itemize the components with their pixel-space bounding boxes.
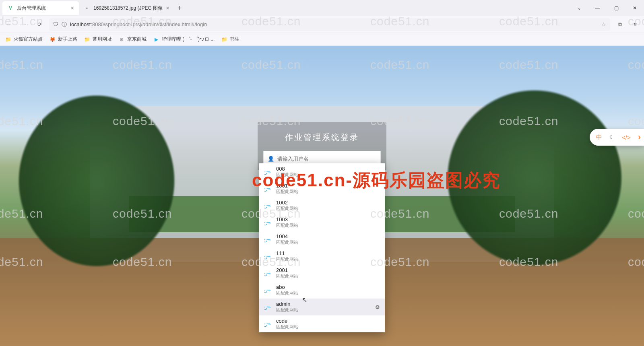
- star-icon[interactable]: ☆: [601, 21, 606, 27]
- bookmarks-bar: 📁火狐官方站点 🦊新手上路 📁常用网址 ⊕京东商城 ▶哔哩哔哩 ( ゜- ゜)つ…: [0, 33, 644, 46]
- autocomplete-name: 111: [276, 250, 298, 257]
- bookmark-item[interactable]: ⊕京东商城: [118, 36, 147, 43]
- globe-icon: ⊕: [118, 36, 125, 43]
- autocomplete-item[interactable]: abo匹配此网站⚙: [259, 282, 385, 299]
- key-icon: [264, 253, 271, 260]
- autocomplete-item[interactable]: code匹配此网站⚙: [259, 315, 385, 332]
- gear-icon[interactable]: ⚙: [375, 304, 380, 310]
- autocomplete-item[interactable]: 008匹配此网站⚙: [259, 163, 385, 180]
- autocomplete-name: 1001: [276, 183, 298, 189]
- autocomplete-sub: 匹配此网站: [276, 324, 298, 330]
- autocomplete-item[interactable]: 1002匹配此网站⚙: [259, 197, 385, 214]
- autocomplete-item[interactable]: 2001匹配此网站⚙: [259, 265, 385, 282]
- image-icon: ▫: [84, 5, 90, 11]
- autocomplete-sub: 匹配此网站: [276, 274, 298, 279]
- autocomplete-sub: 匹配此网站: [276, 290, 298, 296]
- autocomplete-list: 008匹配此网站⚙1001匹配此网站⚙1002匹配此网站⚙1003匹配此网站⚙1…: [259, 163, 385, 332]
- key-icon: [264, 168, 271, 175]
- key-icon: [264, 270, 271, 277]
- window-controls: ⌄ — ▢ ✕: [570, 0, 644, 16]
- url-bar[interactable]: 🛡 ⓘ localhost:8080/springboot4prsj/admin…: [49, 18, 610, 31]
- autocomplete-item[interactable]: admin匹配此网站⚙: [259, 299, 385, 315]
- vue-icon: V: [7, 5, 14, 11]
- autocomplete-name: abo: [276, 284, 298, 290]
- tabs: V 后台管理系统 × ▫ 1692581318572.jpg (JPEG 图像 …: [0, 0, 185, 16]
- floating-toolbar: 中 ☾ </> ›: [590, 129, 644, 146]
- menu-button[interactable]: ≡: [630, 19, 641, 30]
- close-window-button[interactable]: ✕: [625, 0, 644, 16]
- collapse-button[interactable]: ›: [638, 132, 641, 142]
- autocomplete-sub: 匹配此网站: [276, 189, 298, 195]
- autocomplete-name: 1003: [276, 216, 298, 223]
- autocomplete-name: code: [276, 318, 298, 324]
- page-content: 作业管理系统登录 👤 008匹配此网站⚙1001匹配此网站⚙1002匹配此网站⚙…: [0, 46, 644, 346]
- autocomplete-sub: 匹配此网站: [276, 172, 298, 178]
- bookmark-item[interactable]: 📁书生: [221, 36, 239, 43]
- autocomplete-name: 1002: [276, 200, 298, 206]
- minimize-button[interactable]: —: [588, 0, 607, 16]
- autocomplete-sub: 匹配此网站: [276, 257, 298, 262]
- autocomplete-item[interactable]: 1004匹配此网站⚙: [259, 231, 385, 248]
- lang-button[interactable]: 中: [596, 134, 602, 141]
- autocomplete-name: 008: [276, 166, 298, 172]
- browser-tab[interactable]: ▫ 1692581318572.jpg (JPEG 图像 ×: [79, 1, 174, 15]
- folder-icon: 📁: [221, 36, 227, 43]
- chevron-down-icon[interactable]: ⌄: [570, 0, 588, 16]
- extensions-button[interactable]: ⧉: [614, 19, 625, 30]
- key-icon: [264, 185, 271, 192]
- bookmark-item[interactable]: 📁常用网址: [84, 36, 112, 43]
- autocomplete-name: 2001: [276, 267, 298, 274]
- username-input[interactable]: [277, 156, 376, 162]
- tab-label: 1692581318572.jpg (JPEG 图像: [93, 5, 163, 12]
- navbar: ← → ⟳ 🛡 ⓘ localhost:8080/springboot4prsj…: [0, 16, 644, 33]
- close-icon[interactable]: ×: [166, 5, 169, 11]
- autocomplete-sub: 匹配此网站: [276, 240, 298, 245]
- autocomplete-item[interactable]: 111匹配此网站⚙: [259, 248, 385, 265]
- folder-icon: 📁: [84, 36, 90, 43]
- bilibili-icon: ▶: [153, 36, 159, 43]
- key-icon: [264, 219, 271, 226]
- key-icon: [264, 303, 271, 311]
- autocomplete-name: 1004: [276, 233, 298, 240]
- tab-label: 后台管理系统: [17, 5, 46, 12]
- lock-icon: ⓘ: [62, 21, 67, 28]
- autocomplete-sub: 匹配此网站: [276, 223, 298, 229]
- titlebar: V 后台管理系统 × ▫ 1692581318572.jpg (JPEG 图像 …: [0, 0, 644, 16]
- maximize-button[interactable]: ▢: [607, 0, 625, 16]
- autocomplete-sub: 匹配此网站: [276, 206, 298, 212]
- shield-icon: 🛡: [53, 21, 58, 27]
- user-icon: 👤: [268, 156, 274, 162]
- key-icon: [264, 202, 271, 209]
- moon-icon[interactable]: ☾: [609, 134, 615, 141]
- autocomplete-item[interactable]: 1003匹配此网站⚙: [259, 214, 385, 231]
- key-icon: [264, 236, 271, 243]
- autocomplete-sub: 匹配此网站: [276, 307, 298, 313]
- browser-tab[interactable]: V 后台管理系统 ×: [2, 1, 79, 15]
- url-text: localhost:8080/springboot4prsj/admin/dis…: [70, 21, 207, 27]
- autocomplete-name: admin: [276, 301, 298, 307]
- reload-button[interactable]: ⟳: [34, 19, 45, 30]
- bookmark-item[interactable]: 🦊新手上路: [49, 36, 77, 43]
- firefox-icon: 🦊: [49, 36, 56, 43]
- folder-icon: 📁: [5, 36, 11, 43]
- forward-button[interactable]: →: [19, 19, 30, 30]
- key-icon: [264, 320, 271, 327]
- new-tab-button[interactable]: +: [174, 4, 185, 12]
- close-icon[interactable]: ×: [71, 5, 74, 11]
- code-button[interactable]: </>: [622, 134, 631, 141]
- back-button[interactable]: ←: [3, 19, 14, 30]
- autocomplete-item[interactable]: 1001匹配此网站⚙: [259, 180, 385, 197]
- bookmark-item[interactable]: 📁火狐官方站点: [5, 36, 43, 43]
- key-icon: [264, 286, 271, 294]
- login-title: 作业管理系统登录: [258, 132, 386, 143]
- bookmark-item[interactable]: ▶哔哩哔哩 ( ゜- ゜)つロ ...: [153, 36, 215, 43]
